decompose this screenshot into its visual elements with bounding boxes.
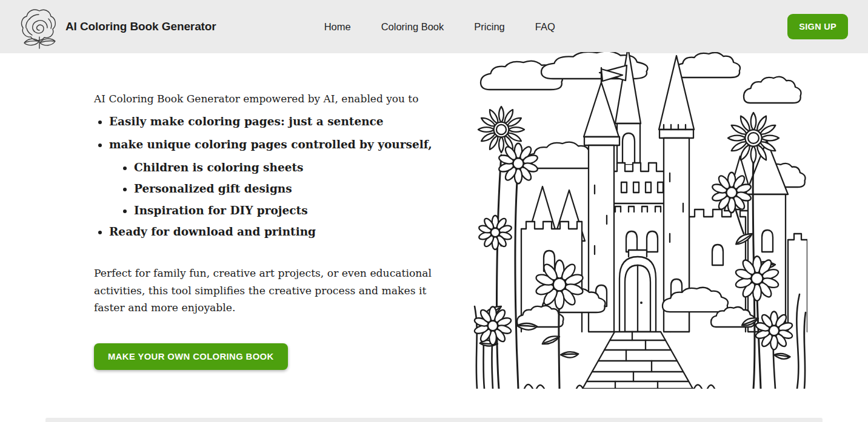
feature-subitem: Inspiration for DIY projects [134,203,449,218]
intro-line: AI Coloring Book Generator empowered by … [94,91,449,107]
header: AI Coloring Book Generator Home Coloring… [0,0,868,53]
feature-sublist: Children is coloring sheets Personalized… [94,160,449,217]
feature-subitem: Children is coloring sheets [134,160,449,175]
brand[interactable]: AI Coloring Book Generator [17,4,216,50]
nav-coloring-book[interactable]: Coloring Book [381,21,444,33]
castle-stairs [583,332,693,389]
landing-page: AI Coloring Book Generator Home Coloring… [0,0,868,422]
hero-copy: AI Coloring Book Generator empowered by … [94,91,449,370]
sign-up-button[interactable]: SIGN UP [787,14,848,39]
hero-illustration [470,52,807,389]
benefits-paragraph: Perfect for family fun, creative art pro… [94,265,433,317]
nav-faq[interactable]: FAQ [535,21,555,33]
nav-home[interactable]: Home [324,21,351,33]
main-nav: Home Coloring Book Pricing FAQ [324,21,555,33]
castle-coloring-illustration [470,52,807,389]
make-coloring-book-button[interactable]: MAKE YOUR OWN COLORING BOOK [94,343,288,370]
nav-pricing[interactable]: Pricing [474,21,504,33]
feature-list: Easily make coloring pages: just a sente… [94,114,449,152]
feature-list-tail: Ready for download and printing [94,225,449,239]
feature-subitem: Personalized gift designs [134,182,449,196]
feature-item: Ready for download and printing [109,225,449,239]
rose-logo-icon [17,4,62,50]
next-section-peek [45,418,823,422]
feature-item: Easily make coloring pages: just a sente… [109,114,449,129]
feature-item: make unique coloring pages controlled by… [109,137,449,152]
hero-section: AI Coloring Book Generator empowered by … [0,53,868,422]
brand-title: AI Coloring Book Generator [65,20,216,33]
